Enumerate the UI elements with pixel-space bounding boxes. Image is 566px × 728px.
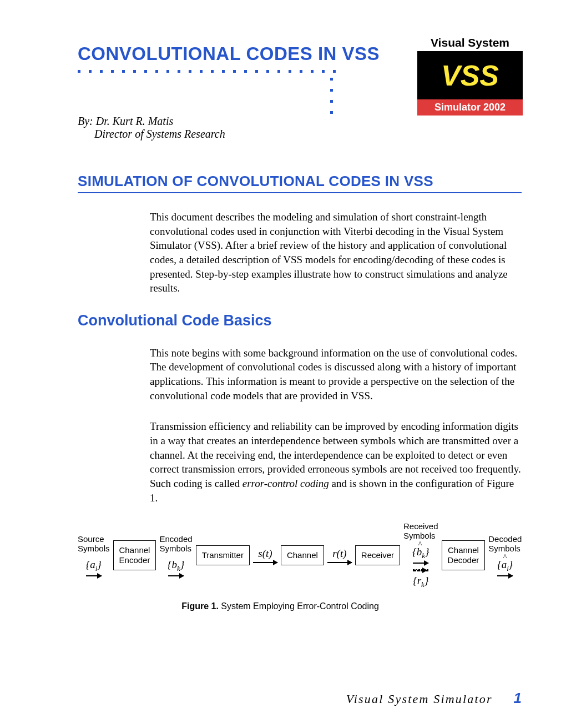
byline-role: Director of Systems Research [94, 128, 522, 140]
basics-paragraph-2: Transmission efficiency and reliability … [150, 419, 522, 505]
figure-caption-text: System Employing Error-Control Coding [219, 601, 379, 611]
received-symbols-math: {bk} [412, 546, 429, 560]
logo-top-text: Visual System [417, 34, 523, 51]
byline-author: By: Dr. Kurt R. Matis [78, 115, 522, 128]
rk-math: {rk} [413, 575, 428, 589]
decoded-symbols-math: {ai} [497, 559, 513, 573]
page-footer: Visual System Simulator 1 [346, 690, 522, 707]
rt-math: r(t) [332, 548, 346, 560]
dashed-arrow-icon [413, 569, 428, 571]
figure-caption-bold: Figure 1. [181, 601, 219, 611]
arrow-icon [497, 575, 513, 576]
channel-decoder-box: Channel Decoder [442, 540, 486, 570]
st-math: s(t) [258, 548, 272, 560]
channel-encoder-box: Channel Encoder [113, 540, 156, 570]
source-symbols-math: {ai} [86, 559, 102, 573]
figure-1-diagram: Source Symbols {ai} Channel Encoder Enco… [78, 521, 522, 589]
encoded-symbols-math: {bk} [168, 559, 185, 573]
section-title: SIMULATION OF CONVOLUTIONAL CODES IN VSS [78, 173, 522, 193]
arrow-icon [253, 562, 277, 563]
decorative-dots-vertical [330, 78, 333, 114]
decoded-symbols-label: Decoded Symbols [488, 534, 522, 553]
vss-logo: Visual System VSS Simulator 2002 [417, 34, 523, 116]
logo-mid-text: VSS [417, 51, 523, 99]
logo-bottom-text: Simulator 2002 [417, 99, 523, 116]
arrow-icon [168, 575, 184, 576]
basics-paragraph-1: This note begins with some background in… [150, 346, 522, 403]
transmitter-box: Transmitter [196, 545, 250, 565]
arrow-icon [413, 563, 428, 564]
receiver-box: Receiver [355, 545, 400, 565]
footer-text: Visual System Simulator [346, 692, 493, 706]
channel-box: Channel [281, 545, 324, 565]
source-symbols-label: Source Symbols [78, 534, 110, 553]
subsection-title: Convolutional Code Basics [78, 312, 522, 329]
received-symbols-label: Received Symbols [403, 521, 438, 540]
arrow-icon [327, 562, 352, 563]
arrow-icon [86, 575, 102, 576]
page-number: 1 [514, 690, 522, 706]
figure-1-caption: Figure 1. System Employing Error-Control… [39, 601, 522, 611]
intro-paragraph: This document describes the modeling and… [150, 210, 522, 295]
encoded-symbols-label: Encoded Symbols [159, 534, 192, 553]
basics-p2-italic: error-control coding [242, 478, 329, 489]
